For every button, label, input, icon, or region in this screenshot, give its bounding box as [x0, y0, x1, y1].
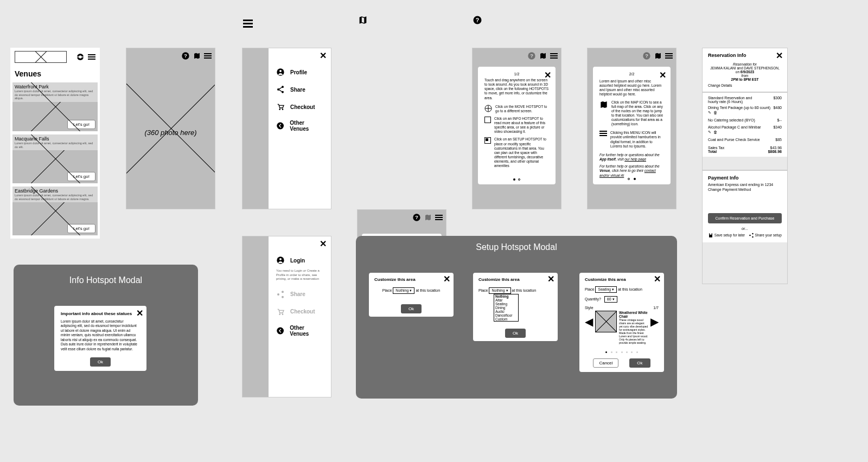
style-dots — [585, 345, 659, 355]
svg-text:?: ? — [476, 17, 479, 23]
style-thumb — [595, 311, 617, 332]
cart-icon — [276, 102, 285, 111]
quantity-select[interactable]: 80 ▾ — [604, 296, 617, 303]
menu-icon[interactable] — [435, 215, 443, 220]
map-icon — [599, 100, 608, 109]
ok-button[interactable]: Ok — [401, 304, 422, 313]
help-page-link[interactable]: our help page — [624, 157, 646, 161]
menu-checkout: Checkout — [269, 303, 331, 320]
menu-screen: ✕ Profile Share Checkout Other Venues — [242, 48, 331, 209]
ok-button[interactable]: Ok — [505, 329, 526, 338]
menu-share: Share — [269, 286, 331, 303]
menu-share[interactable]: Share — [269, 81, 331, 98]
cancel-button[interactable]: Cancel — [593, 358, 618, 368]
map-icon[interactable] — [539, 52, 547, 60]
svg-point-30 — [277, 293, 279, 296]
help-screen-1: ? 1/2 ✕ Touch and drag anywhere on the s… — [472, 48, 561, 209]
close-icon[interactable]: ✕ — [547, 275, 554, 284]
help-screen-2: ? 2/2 ✕ Lorem and Ipsum and other misc a… — [587, 48, 676, 209]
place-select[interactable]: Nothing ▾ — [393, 287, 414, 294]
change-payment-link[interactable]: Change Payment Method — [708, 188, 782, 191]
close-icon[interactable]: ✕ — [544, 71, 551, 80]
svg-point-34 — [277, 327, 284, 334]
page-dots[interactable] — [593, 175, 671, 181]
menu-other-venues[interactable]: Other Venues — [269, 320, 331, 341]
setup-modal-bg: Setup Hotspot Modal ✕ Customize this are… — [356, 236, 677, 399]
menu-profile[interactable]: Profile — [269, 63, 331, 81]
cart-icon — [276, 307, 285, 316]
info-modal-bg: Info Hotspot Modal ✕ Important info abou… — [14, 265, 198, 406]
menu-other-venues[interactable]: Other Venues — [269, 116, 331, 136]
ok-button[interactable]: Ok — [90, 357, 111, 367]
svg-point-33 — [282, 313, 284, 315]
edit-icon[interactable]: ✎ — [708, 130, 711, 134]
close-icon[interactable]: ✕ — [654, 275, 661, 284]
svg-point-25 — [749, 235, 751, 236]
prev-style-button[interactable]: ◀ — [585, 311, 593, 332]
svg-text:?: ? — [530, 53, 533, 59]
svg-point-28 — [279, 258, 282, 260]
top-menu-icon — [243, 16, 253, 28]
ok-button[interactable]: Ok — [629, 358, 650, 368]
menu-icon[interactable] — [88, 54, 95, 60]
svg-point-15 — [282, 108, 284, 110]
lets-go-button[interactable]: Let's go! — [67, 172, 95, 181]
back-icon — [276, 326, 284, 335]
close-icon[interactable]: ✕ — [269, 236, 331, 252]
close-icon[interactable]: ✕ — [659, 71, 666, 80]
close-icon[interactable]: ✕ — [443, 275, 450, 284]
help-icon: ? — [527, 52, 536, 60]
place-select[interactable]: Nothing ▾ — [489, 287, 510, 294]
menu-icon[interactable] — [550, 53, 558, 59]
svg-point-26 — [752, 236, 754, 238]
profile-icon — [276, 68, 285, 76]
save-for-later[interactable]: Save setup for later — [708, 233, 745, 238]
reservation-panel: Reservation Info ✕ Reservation for JEMMA… — [702, 48, 788, 284]
menu-checkout[interactable]: Checkout — [269, 98, 331, 116]
venue-card-2[interactable]: Macquarie Falls Lorem ipsum dolor sit am… — [12, 134, 98, 183]
help-icon[interactable]: ? — [412, 213, 421, 222]
share-icon — [276, 290, 285, 299]
venue-card-1[interactable]: Waterfront Park Lorem ipsum dolor sit am… — [12, 82, 98, 131]
close-icon[interactable]: ✕ — [269, 48, 331, 63]
next-style-button[interactable]: ▶ — [650, 311, 659, 332]
share-setup[interactable]: Share your setup — [749, 233, 782, 238]
edit-icon[interactable]: ✎ — [708, 111, 711, 115]
menu-icon[interactable] — [665, 53, 673, 59]
map-icon[interactable] — [193, 52, 201, 60]
menu-icon[interactable] — [204, 53, 212, 59]
help-icon[interactable]: ? — [181, 52, 190, 60]
page-dots[interactable] — [478, 177, 556, 181]
venue-name: Waterfront Park — [15, 84, 95, 89]
move-hotspot-icon — [484, 105, 492, 112]
map-icon[interactable] — [654, 52, 662, 60]
delete-icon[interactable]: 🗑 — [713, 111, 717, 115]
menu-login[interactable]: Login — [269, 252, 331, 269]
globe-icon[interactable] — [76, 53, 85, 61]
menu-icon — [599, 131, 607, 136]
confirm-purchase-button[interactable]: Confirm Reservation and Purchase — [708, 213, 782, 223]
help-icon: ? — [642, 52, 651, 60]
close-icon[interactable]: ✕ — [136, 309, 143, 318]
svg-point-31 — [282, 296, 284, 298]
lets-go-button[interactable]: Let's go! — [67, 224, 95, 233]
change-details-link[interactable]: Change Details — [708, 84, 782, 87]
dropdown-list[interactable]: Nothing Altar Seating Dining Audio Dance… — [494, 294, 519, 322]
setup-hotspot-icon — [484, 137, 491, 144]
lets-go-button[interactable]: Let's go! — [67, 120, 95, 129]
profile-icon — [276, 256, 285, 265]
share-icon — [276, 85, 285, 94]
top-map-icon — [358, 15, 368, 25]
close-icon[interactable]: ✕ — [776, 52, 783, 60]
svg-line-13 — [279, 90, 282, 92]
login-menu-screen: ✕ Login You need to Login or Create a Pr… — [242, 236, 331, 397]
page-title: Venues — [10, 66, 100, 81]
svg-point-29 — [282, 291, 284, 293]
svg-text:?: ? — [184, 53, 187, 59]
svg-text:?: ? — [645, 53, 648, 59]
delete-icon[interactable]: 🗑 — [713, 130, 717, 134]
svg-point-8 — [279, 70, 282, 72]
place-select[interactable]: Seating ▾ — [595, 286, 617, 293]
venue-card-3[interactable]: Eastbridge Gardens Lorem ipsum dolor sit… — [12, 187, 98, 235]
svg-point-24 — [752, 233, 754, 235]
